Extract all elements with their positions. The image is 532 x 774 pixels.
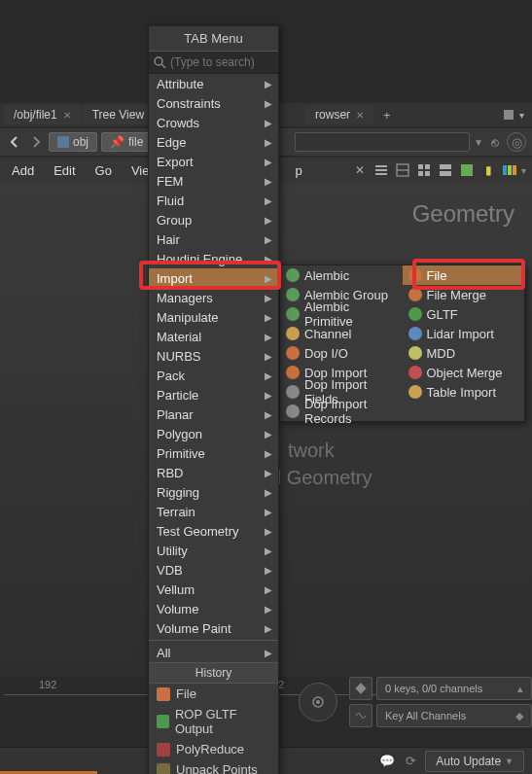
tabmenu-item-group[interactable]: Group▶ — [149, 210, 278, 229]
submenu-item-table-import[interactable]: Table Import — [403, 382, 525, 402]
tab-label: rowser — [315, 108, 350, 122]
close-icon[interactable]: ✕ — [63, 110, 71, 121]
history-item-unpack-points[interactable]: Unpack Points — [149, 759, 278, 774]
chevron-right-icon: ▶ — [265, 390, 272, 401]
tabmenu-item-hair[interactable]: Hair▶ — [149, 229, 278, 249]
playbar-key-button[interactable] — [299, 683, 337, 721]
chat-icon[interactable]: 💬 — [378, 753, 396, 770]
tabmenu-item-pack[interactable]: Pack▶ — [149, 366, 278, 385]
pane-split-icon[interactable] — [504, 110, 514, 120]
tabmenu-item-vellum[interactable]: Vellum▶ — [149, 580, 278, 599]
submenu-item-file-merge[interactable]: File Merge — [403, 285, 525, 304]
view-rows-icon[interactable] — [393, 160, 412, 180]
path-dropdown[interactable] — [295, 132, 470, 152]
close-icon[interactable]: ✕ — [356, 110, 364, 121]
submenu-item-alembic-primitive[interactable]: Alembic Primitive — [280, 304, 403, 324]
tabmenu-item-constraints[interactable]: Constraints▶ — [149, 93, 278, 113]
tabmenu-item-primitive[interactable]: Primitive▶ — [149, 443, 278, 463]
svg-rect-9 — [440, 164, 451, 169]
submenu-item-gltf[interactable]: GLTF — [403, 304, 525, 324]
note-icon[interactable]: ▮ — [479, 160, 498, 180]
svg-rect-0 — [375, 165, 387, 167]
tabmenu-item-attribute[interactable]: Attribute▶ — [149, 74, 278, 93]
tabmenu-item-polygon[interactable]: Polygon▶ — [149, 424, 278, 443]
tabmenu-item-planar[interactable]: Planar▶ — [149, 405, 278, 424]
tabmenu-item-material[interactable]: Material▶ — [149, 327, 278, 346]
node-icon — [408, 268, 422, 282]
menu-edit[interactable]: Edit — [48, 159, 81, 182]
tabmenu-item-crowds[interactable]: Crowds▶ — [149, 113, 278, 132]
pin-toggle-icon[interactable]: ⎋ — [487, 132, 503, 152]
tabmenu-item-test-geometry[interactable]: Test Geometry▶ — [149, 521, 278, 541]
tabmenu-item-rbd[interactable]: RBD▶ — [149, 463, 278, 482]
tab-menu-popup: TAB Menu Attribute▶Constraints▶Crowds▶Ed… — [148, 25, 279, 774]
tab-browser[interactable]: rowser ✕ — [305, 105, 373, 124]
add-tab-button[interactable]: + — [375, 108, 399, 123]
forward-button[interactable] — [27, 133, 45, 151]
history-item-rop-gltf-output[interactable]: ROP GLTF Output — [149, 704, 278, 739]
menu-go[interactable]: Go — [89, 159, 118, 182]
tabmenu-item-volume[interactable]: Volume▶ — [149, 599, 278, 618]
keyframe-icon[interactable] — [349, 677, 372, 700]
node-icon — [408, 327, 422, 340]
submenu-item-lidar-import[interactable]: Lidar Import — [403, 324, 525, 343]
tabmenu-item-rigging[interactable]: Rigging▶ — [149, 482, 278, 502]
bg-text-geometry: d Geometry — [270, 467, 372, 489]
tabmenu-item-particle[interactable]: Particle▶ — [149, 385, 278, 405]
breadcrumb-obj[interactable]: obj — [49, 132, 97, 152]
tabmenu-search-input[interactable] — [170, 55, 316, 69]
history-item-file[interactable]: File — [149, 684, 278, 704]
breadcrumb: obj 📌 file — [49, 132, 152, 152]
wrench-icon[interactable]: ✕ — [350, 160, 370, 180]
submenu-item-mdd[interactable]: MDD — [403, 343, 525, 363]
tabmenu-item-import[interactable]: Import▶ — [149, 268, 278, 288]
tabmenu-item-managers[interactable]: Managers▶ — [149, 288, 278, 307]
tabmenu-item-fluid[interactable]: Fluid▶ — [149, 191, 278, 210]
pane-menu-icon[interactable]: ▾ — [519, 110, 524, 121]
auto-update-button[interactable]: Auto Update ▼ — [425, 751, 524, 772]
follow-selection-icon[interactable]: ◎ — [507, 132, 526, 152]
history-item-polyreduce[interactable]: PolyReduce — [149, 739, 278, 759]
view-grid-icon[interactable] — [414, 160, 434, 180]
view-tiles-icon[interactable] — [436, 160, 455, 180]
menu-help[interactable]: p — [289, 159, 307, 182]
submenu-label: Alembic — [304, 268, 349, 283]
svg-rect-19 — [355, 683, 366, 693]
tabmenu-item-volume-paint[interactable]: Volume Paint▶ — [149, 618, 278, 638]
tabmenu-item-label: Import — [157, 271, 193, 286]
list-icon[interactable] — [372, 160, 391, 180]
keys-count-row[interactable]: 0 keys, 0/0 channels ▴ — [376, 677, 532, 700]
dropdown-arrow-icon[interactable]: ▼ — [474, 137, 483, 148]
submenu-item-dop-i-o[interactable]: Dop I/O — [280, 343, 403, 363]
tabmenu-all[interactable]: All ▶ — [149, 643, 278, 662]
tabmenu-item-nurbs[interactable]: NURBS▶ — [149, 346, 278, 366]
tab-obj-file1[interactable]: /obj/file1 ✕ — [4, 105, 81, 124]
scope-icon[interactable] — [349, 704, 372, 727]
tabmenu-item-terrain[interactable]: Terrain▶ — [149, 502, 278, 521]
view-sheet-icon[interactable] — [457, 160, 477, 180]
back-button[interactable] — [6, 133, 23, 151]
tabmenu-item-export[interactable]: Export▶ — [149, 152, 278, 171]
svg-rect-12 — [503, 165, 507, 175]
menu-add[interactable]: Add — [6, 159, 40, 182]
tabmenu-item-fem[interactable]: FEM▶ — [149, 171, 278, 191]
history-label: Unpack Points — [176, 762, 258, 774]
tabmenu-item-manipulate[interactable]: Manipulate▶ — [149, 307, 278, 327]
chevron-right-icon: ▶ — [265, 429, 272, 440]
breadcrumb-file[interactable]: 📌 file — [101, 132, 152, 152]
submenu-item-alembic[interactable]: Alembic — [280, 265, 403, 285]
tabmenu-item-vdb[interactable]: VDB▶ — [149, 560, 278, 580]
toolbar-menu-icon[interactable]: ▾ — [521, 165, 526, 176]
tabmenu-item-label: RBD — [157, 466, 183, 480]
tabmenu-item-utility[interactable]: Utility▶ — [149, 541, 278, 560]
tabmenu-search-row — [149, 52, 278, 74]
refresh-icon[interactable]: ⟳ — [402, 753, 419, 770]
svg-rect-7 — [418, 171, 423, 176]
submenu-item-object-merge[interactable]: Object Merge — [403, 363, 525, 382]
submenu-item-dop-import-records[interactable]: Dop Import Records — [280, 402, 403, 421]
palette-icon[interactable] — [500, 160, 519, 180]
tabmenu-item-edge[interactable]: Edge▶ — [149, 132, 278, 152]
key-all-channels-row[interactable]: Key All Channels ◆ — [376, 704, 532, 727]
tabmenu-item-houdini-engine[interactable]: Houdini Engine▶ — [149, 249, 278, 268]
submenu-item-file[interactable]: File — [403, 265, 525, 285]
